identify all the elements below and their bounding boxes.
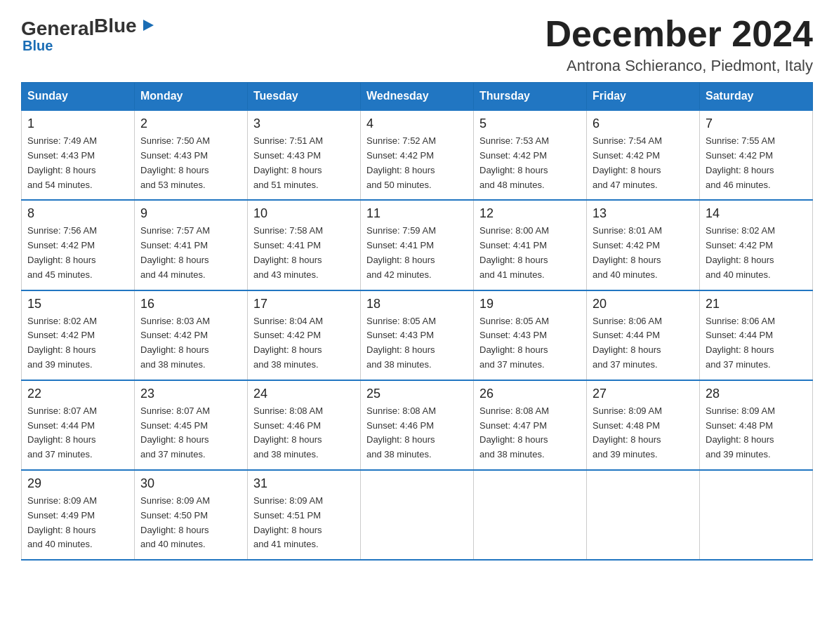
day-info-14: Sunrise: 8:02 AMSunset: 4:42 PMDaylight:… <box>706 224 807 282</box>
day-info-11: Sunrise: 7:59 AMSunset: 4:41 PMDaylight:… <box>366 224 468 282</box>
logo-blue: Blue <box>94 14 154 43</box>
day-cell-13: 13 Sunrise: 8:01 AMSunset: 4:42 PMDaylig… <box>587 200 700 290</box>
day-number-21: 21 <box>706 297 807 311</box>
day-cell-4: 4 Sunrise: 7:52 AMSunset: 4:42 PMDayligh… <box>361 110 474 200</box>
day-cell-30: 30 Sunrise: 8:09 AMSunset: 4:50 PMDaylig… <box>135 470 248 560</box>
day-number-2: 2 <box>140 116 241 131</box>
title-area: December 2024 Antrona Schieranco, Piedmo… <box>545 14 813 75</box>
day-info-18: Sunrise: 8:05 AMSunset: 4:43 PMDaylight:… <box>366 314 468 373</box>
calendar-subtitle: Antrona Schieranco, Piedmont, Italy <box>545 57 813 75</box>
day-cell-12: 12 Sunrise: 8:00 AMSunset: 4:41 PMDaylig… <box>474 200 587 290</box>
day-number-27: 27 <box>593 387 694 401</box>
day-number-9: 9 <box>140 206 241 221</box>
day-info-5: Sunrise: 7:53 AMSunset: 4:42 PMDaylight:… <box>479 134 581 192</box>
day-info-27: Sunrise: 8:09 AMSunset: 4:48 PMDaylight:… <box>593 404 694 462</box>
day-info-7: Sunrise: 7:55 AMSunset: 4:42 PMDaylight:… <box>706 134 807 192</box>
day-number-14: 14 <box>706 206 807 221</box>
day-info-4: Sunrise: 7:52 AMSunset: 4:42 PMDaylight:… <box>366 134 468 192</box>
week-row-1: 1 Sunrise: 7:49 AMSunset: 4:43 PMDayligh… <box>22 110 813 200</box>
day-info-29: Sunrise: 8:09 AMSunset: 4:49 PMDaylight:… <box>27 494 128 552</box>
day-number-23: 23 <box>140 387 241 401</box>
day-number-29: 29 <box>27 476 128 491</box>
day-cell-24: 24 Sunrise: 8:08 AMSunset: 4:46 PMDaylig… <box>248 380 361 470</box>
header-monday: Monday <box>135 83 248 111</box>
day-cell-11: 11 Sunrise: 7:59 AMSunset: 4:41 PMDaylig… <box>361 200 474 290</box>
day-cell-7: 7 Sunrise: 7:55 AMSunset: 4:42 PMDayligh… <box>700 110 813 200</box>
day-cell-8: 8 Sunrise: 7:56 AMSunset: 4:42 PMDayligh… <box>22 200 135 290</box>
day-cell-14: 14 Sunrise: 8:02 AMSunset: 4:42 PMDaylig… <box>700 200 813 290</box>
day-cell-25: 25 Sunrise: 8:08 AMSunset: 4:46 PMDaylig… <box>361 380 474 470</box>
day-cell-22: 22 Sunrise: 8:07 AMSunset: 4:44 PMDaylig… <box>22 380 135 470</box>
week-row-3: 15 Sunrise: 8:02 AMSunset: 4:42 PMDaylig… <box>22 290 813 380</box>
day-number-22: 22 <box>27 387 128 401</box>
day-info-26: Sunrise: 8:08 AMSunset: 4:47 PMDaylight:… <box>479 404 581 462</box>
day-number-7: 7 <box>706 116 807 131</box>
day-info-31: Sunrise: 8:09 AMSunset: 4:51 PMDaylight:… <box>253 494 355 552</box>
day-cell-2: 2 Sunrise: 7:50 AMSunset: 4:43 PMDayligh… <box>135 110 248 200</box>
calendar-title: December 2024 <box>545 14 813 54</box>
day-info-15: Sunrise: 8:02 AMSunset: 4:42 PMDaylight:… <box>27 314 128 373</box>
day-info-19: Sunrise: 8:05 AMSunset: 4:43 PMDaylight:… <box>479 314 581 373</box>
day-cell-3: 3 Sunrise: 7:51 AMSunset: 4:43 PMDayligh… <box>248 110 361 200</box>
day-cell-23: 23 Sunrise: 8:07 AMSunset: 4:45 PMDaylig… <box>135 380 248 470</box>
day-info-23: Sunrise: 8:07 AMSunset: 4:45 PMDaylight:… <box>140 404 241 462</box>
day-number-11: 11 <box>366 206 468 221</box>
day-cell-6: 6 Sunrise: 7:54 AMSunset: 4:42 PMDayligh… <box>587 110 700 200</box>
day-info-30: Sunrise: 8:09 AMSunset: 4:50 PMDaylight:… <box>140 494 241 552</box>
header-thursday: Thursday <box>474 83 587 111</box>
day-info-2: Sunrise: 7:50 AMSunset: 4:43 PMDaylight:… <box>140 134 241 192</box>
week-row-2: 8 Sunrise: 7:56 AMSunset: 4:42 PMDayligh… <box>22 200 813 290</box>
day-cell-19: 19 Sunrise: 8:05 AMSunset: 4:43 PMDaylig… <box>474 290 587 380</box>
day-info-17: Sunrise: 8:04 AMSunset: 4:42 PMDaylight:… <box>253 314 355 373</box>
logo-svg: Blue <box>94 14 154 39</box>
svg-text:Blue: Blue <box>94 15 137 36</box>
day-number-15: 15 <box>27 297 128 311</box>
day-number-3: 3 <box>253 116 355 131</box>
day-cell-26: 26 Sunrise: 8:08 AMSunset: 4:47 PMDaylig… <box>474 380 587 470</box>
day-info-25: Sunrise: 8:08 AMSunset: 4:46 PMDaylight:… <box>366 404 468 462</box>
day-info-8: Sunrise: 7:56 AMSunset: 4:42 PMDaylight:… <box>27 224 128 282</box>
day-number-31: 31 <box>253 476 355 491</box>
day-number-18: 18 <box>366 297 468 311</box>
day-number-6: 6 <box>593 116 694 131</box>
day-info-24: Sunrise: 8:08 AMSunset: 4:46 PMDaylight:… <box>253 404 355 462</box>
header-sunday: Sunday <box>22 83 135 111</box>
day-number-26: 26 <box>479 387 581 401</box>
day-info-12: Sunrise: 8:00 AMSunset: 4:41 PMDaylight:… <box>479 224 581 282</box>
day-cell-17: 17 Sunrise: 8:04 AMSunset: 4:42 PMDaylig… <box>248 290 361 380</box>
day-cell-15: 15 Sunrise: 8:02 AMSunset: 4:42 PMDaylig… <box>22 290 135 380</box>
week-row-5: 29 Sunrise: 8:09 AMSunset: 4:49 PMDaylig… <box>22 470 813 560</box>
day-cell-10: 10 Sunrise: 7:58 AMSunset: 4:41 PMDaylig… <box>248 200 361 290</box>
day-number-20: 20 <box>593 297 694 311</box>
day-number-5: 5 <box>479 116 581 131</box>
header-friday: Friday <box>587 83 700 111</box>
day-info-28: Sunrise: 8:09 AMSunset: 4:48 PMDaylight:… <box>706 404 807 462</box>
day-number-25: 25 <box>366 387 468 401</box>
svg-marker-1 <box>143 20 154 31</box>
logo-blue-underline: Blue <box>22 38 53 54</box>
day-info-10: Sunrise: 7:58 AMSunset: 4:41 PMDaylight:… <box>253 224 355 282</box>
page-header: General Blue Blue December 2024 Antrona … <box>21 14 813 75</box>
day-cell-16: 16 Sunrise: 8:03 AMSunset: 4:42 PMDaylig… <box>135 290 248 380</box>
weekday-header-row: Sunday Monday Tuesday Wednesday Thursday… <box>22 83 813 111</box>
day-number-16: 16 <box>140 297 241 311</box>
day-number-8: 8 <box>27 206 128 221</box>
day-number-13: 13 <box>593 206 694 221</box>
day-number-19: 19 <box>479 297 581 311</box>
day-number-10: 10 <box>253 206 355 221</box>
empty-cell <box>474 470 587 560</box>
day-cell-29: 29 Sunrise: 8:09 AMSunset: 4:49 PMDaylig… <box>22 470 135 560</box>
day-info-9: Sunrise: 7:57 AMSunset: 4:41 PMDaylight:… <box>140 224 241 282</box>
day-cell-31: 31 Sunrise: 8:09 AMSunset: 4:51 PMDaylig… <box>248 470 361 560</box>
day-info-22: Sunrise: 8:07 AMSunset: 4:44 PMDaylight:… <box>27 404 128 462</box>
day-cell-9: 9 Sunrise: 7:57 AMSunset: 4:41 PMDayligh… <box>135 200 248 290</box>
day-info-16: Sunrise: 8:03 AMSunset: 4:42 PMDaylight:… <box>140 314 241 373</box>
week-row-4: 22 Sunrise: 8:07 AMSunset: 4:44 PMDaylig… <box>22 380 813 470</box>
calendar-table: Sunday Monday Tuesday Wednesday Thursday… <box>21 82 813 561</box>
empty-cell <box>700 470 813 560</box>
day-info-13: Sunrise: 8:01 AMSunset: 4:42 PMDaylight:… <box>593 224 694 282</box>
day-number-4: 4 <box>366 116 468 131</box>
day-info-1: Sunrise: 7:49 AMSunset: 4:43 PMDaylight:… <box>27 134 128 192</box>
day-cell-28: 28 Sunrise: 8:09 AMSunset: 4:48 PMDaylig… <box>700 380 813 470</box>
day-cell-20: 20 Sunrise: 8:06 AMSunset: 4:44 PMDaylig… <box>587 290 700 380</box>
